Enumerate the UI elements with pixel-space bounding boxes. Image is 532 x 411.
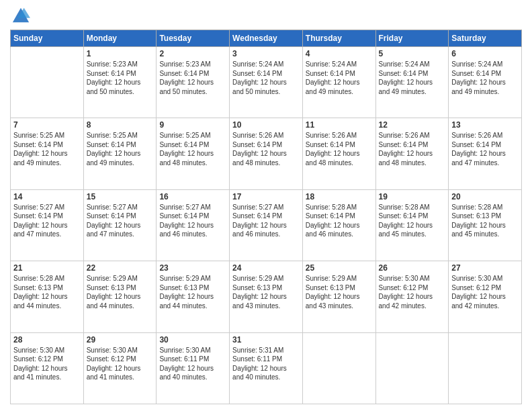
calendar-week-1: 1Sunrise: 5:23 AM Sunset: 6:14 PM Daylig… (11, 47, 522, 118)
calendar-cell (11, 47, 84, 118)
calendar-cell: 6Sunrise: 5:24 AM Sunset: 6:14 PM Daylig… (449, 47, 522, 118)
calendar-header-row: SundayMondayTuesdayWednesdayThursdayFrid… (11, 30, 522, 47)
day-number: 5 (379, 49, 446, 58)
day-info: Sunrise: 5:29 AM Sunset: 6:13 PM Dayligh… (306, 274, 373, 310)
day-info: Sunrise: 5:25 AM Sunset: 6:14 PM Dayligh… (87, 131, 154, 167)
calendar-cell: 27Sunrise: 5:30 AM Sunset: 6:12 PM Dayli… (449, 261, 522, 332)
day-number: 11 (306, 120, 373, 130)
calendar-cell (302, 332, 375, 404)
day-info: Sunrise: 5:29 AM Sunset: 6:13 PM Dayligh… (159, 274, 226, 310)
day-info: Sunrise: 5:28 AM Sunset: 6:14 PM Dayligh… (306, 203, 373, 239)
day-info: Sunrise: 5:27 AM Sunset: 6:14 PM Dayligh… (232, 203, 300, 239)
calendar-cell: 16Sunrise: 5:27 AM Sunset: 6:14 PM Dayli… (157, 189, 230, 261)
day-info: Sunrise: 5:31 AM Sunset: 6:11 PM Dayligh… (232, 346, 300, 382)
day-header-saturday: Saturday (449, 30, 522, 47)
calendar-week-2: 7Sunrise: 5:25 AM Sunset: 6:14 PM Daylig… (11, 118, 522, 189)
calendar-cell: 2Sunrise: 5:23 AM Sunset: 6:14 PM Daylig… (157, 47, 230, 118)
day-info: Sunrise: 5:24 AM Sunset: 6:14 PM Dayligh… (232, 60, 300, 96)
calendar-cell: 29Sunrise: 5:30 AM Sunset: 6:12 PM Dayli… (83, 332, 157, 404)
day-number: 10 (232, 120, 300, 130)
day-header-thursday: Thursday (302, 30, 375, 47)
logo-icon (11, 7, 30, 26)
calendar-cell: 28Sunrise: 5:30 AM Sunset: 6:12 PM Dayli… (11, 332, 84, 404)
day-info: Sunrise: 5:30 AM Sunset: 6:12 PM Dayligh… (451, 274, 519, 310)
day-info: Sunrise: 5:30 AM Sunset: 6:11 PM Dayligh… (159, 346, 226, 382)
calendar-cell: 22Sunrise: 5:29 AM Sunset: 6:13 PM Dayli… (83, 261, 157, 332)
day-info: Sunrise: 5:28 AM Sunset: 6:13 PM Dayligh… (451, 203, 519, 239)
day-header-friday: Friday (375, 30, 449, 47)
calendar-week-4: 21Sunrise: 5:28 AM Sunset: 6:13 PM Dayli… (11, 261, 522, 332)
day-info: Sunrise: 5:28 AM Sunset: 6:14 PM Dayligh… (379, 203, 446, 239)
day-number: 13 (451, 120, 519, 130)
day-number: 19 (379, 192, 446, 201)
calendar-cell: 18Sunrise: 5:28 AM Sunset: 6:14 PM Dayli… (302, 189, 375, 261)
day-info: Sunrise: 5:26 AM Sunset: 6:14 PM Dayligh… (232, 131, 300, 167)
day-info: Sunrise: 5:30 AM Sunset: 6:12 PM Dayligh… (87, 346, 154, 382)
calendar-cell: 5Sunrise: 5:24 AM Sunset: 6:14 PM Daylig… (375, 47, 449, 118)
calendar-cell: 10Sunrise: 5:26 AM Sunset: 6:14 PM Dayli… (230, 118, 303, 189)
calendar-cell: 9Sunrise: 5:25 AM Sunset: 6:14 PM Daylig… (157, 118, 230, 189)
calendar: SundayMondayTuesdayWednesdayThursdayFrid… (10, 30, 522, 404)
day-number: 30 (159, 335, 226, 345)
header (10, 7, 522, 26)
calendar-cell: 14Sunrise: 5:27 AM Sunset: 6:14 PM Dayli… (11, 189, 84, 261)
day-number: 14 (13, 192, 81, 201)
calendar-cell: 25Sunrise: 5:29 AM Sunset: 6:13 PM Dayli… (302, 261, 375, 332)
day-number: 21 (13, 263, 81, 273)
day-number: 20 (451, 192, 519, 201)
logo (10, 7, 30, 26)
day-info: Sunrise: 5:28 AM Sunset: 6:13 PM Dayligh… (13, 274, 81, 310)
day-info: Sunrise: 5:27 AM Sunset: 6:14 PM Dayligh… (159, 203, 226, 239)
day-info: Sunrise: 5:24 AM Sunset: 6:14 PM Dayligh… (451, 60, 519, 96)
day-info: Sunrise: 5:26 AM Sunset: 6:14 PM Dayligh… (451, 131, 519, 167)
calendar-cell: 11Sunrise: 5:26 AM Sunset: 6:14 PM Dayli… (302, 118, 375, 189)
calendar-cell: 30Sunrise: 5:30 AM Sunset: 6:11 PM Dayli… (157, 332, 230, 404)
calendar-week-3: 14Sunrise: 5:27 AM Sunset: 6:14 PM Dayli… (11, 189, 522, 261)
day-number: 17 (232, 192, 300, 201)
day-info: Sunrise: 5:29 AM Sunset: 6:13 PM Dayligh… (232, 274, 300, 310)
day-number: 9 (159, 120, 226, 130)
day-number: 31 (232, 335, 300, 345)
calendar-cell: 31Sunrise: 5:31 AM Sunset: 6:11 PM Dayli… (230, 332, 303, 404)
day-number: 12 (379, 120, 446, 130)
calendar-cell: 4Sunrise: 5:24 AM Sunset: 6:14 PM Daylig… (302, 47, 375, 118)
day-info: Sunrise: 5:27 AM Sunset: 6:14 PM Dayligh… (87, 203, 154, 239)
calendar-cell: 8Sunrise: 5:25 AM Sunset: 6:14 PM Daylig… (83, 118, 157, 189)
day-number: 3 (232, 49, 300, 58)
day-info: Sunrise: 5:24 AM Sunset: 6:14 PM Dayligh… (306, 60, 373, 96)
day-header-wednesday: Wednesday (230, 30, 303, 47)
day-number: 25 (306, 263, 373, 273)
day-number: 24 (232, 263, 300, 273)
day-number: 22 (87, 263, 154, 273)
day-info: Sunrise: 5:30 AM Sunset: 6:12 PM Dayligh… (379, 274, 446, 310)
day-number: 28 (13, 335, 81, 345)
day-number: 8 (87, 120, 154, 130)
day-info: Sunrise: 5:24 AM Sunset: 6:14 PM Dayligh… (379, 60, 446, 96)
day-info: Sunrise: 5:23 AM Sunset: 6:14 PM Dayligh… (87, 60, 154, 96)
day-info: Sunrise: 5:30 AM Sunset: 6:12 PM Dayligh… (13, 346, 81, 382)
calendar-cell: 1Sunrise: 5:23 AM Sunset: 6:14 PM Daylig… (83, 47, 157, 118)
calendar-cell: 17Sunrise: 5:27 AM Sunset: 6:14 PM Dayli… (230, 189, 303, 261)
page: SundayMondayTuesdayWednesdayThursdayFrid… (0, 0, 532, 411)
day-info: Sunrise: 5:29 AM Sunset: 6:13 PM Dayligh… (87, 274, 154, 310)
day-number: 7 (13, 120, 81, 130)
calendar-cell: 12Sunrise: 5:26 AM Sunset: 6:14 PM Dayli… (375, 118, 449, 189)
day-number: 2 (159, 49, 226, 58)
day-number: 1 (87, 49, 154, 58)
day-number: 18 (306, 192, 373, 201)
day-header-sunday: Sunday (11, 30, 84, 47)
calendar-cell: 26Sunrise: 5:30 AM Sunset: 6:12 PM Dayli… (375, 261, 449, 332)
day-info: Sunrise: 5:25 AM Sunset: 6:14 PM Dayligh… (13, 131, 81, 167)
calendar-cell: 19Sunrise: 5:28 AM Sunset: 6:14 PM Dayli… (375, 189, 449, 261)
day-number: 27 (451, 263, 519, 273)
day-header-monday: Monday (83, 30, 157, 47)
day-header-tuesday: Tuesday (157, 30, 230, 47)
calendar-cell: 13Sunrise: 5:26 AM Sunset: 6:14 PM Dayli… (449, 118, 522, 189)
day-info: Sunrise: 5:26 AM Sunset: 6:14 PM Dayligh… (379, 131, 446, 167)
day-number: 16 (159, 192, 226, 201)
calendar-cell: 24Sunrise: 5:29 AM Sunset: 6:13 PM Dayli… (230, 261, 303, 332)
day-number: 23 (159, 263, 226, 273)
day-info: Sunrise: 5:23 AM Sunset: 6:14 PM Dayligh… (159, 60, 226, 96)
calendar-cell: 20Sunrise: 5:28 AM Sunset: 6:13 PM Dayli… (449, 189, 522, 261)
day-number: 4 (306, 49, 373, 58)
